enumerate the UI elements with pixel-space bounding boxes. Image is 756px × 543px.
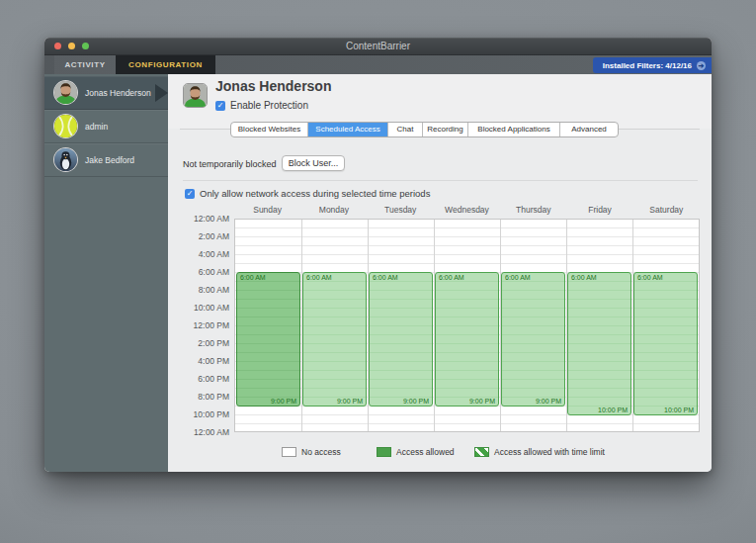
time-label: 8:00 PM bbox=[168, 393, 231, 402]
app-tab-strip: ACTIVITY CONFIGURATION Installed Filters… bbox=[44, 55, 712, 76]
enable-protection-checkbox-row[interactable]: ✓ Enable Protection bbox=[215, 100, 308, 111]
day-label: Saturday bbox=[633, 205, 700, 215]
penguin-avatar bbox=[53, 147, 78, 172]
tab-scheduled-access[interactable]: Scheduled Access bbox=[308, 123, 388, 136]
configuration-panel: Jonas Henderson ✓ Enable Protection Bloc… bbox=[168, 74, 712, 472]
block-end-time: 10:00 PM bbox=[598, 407, 628, 413]
block-start-time: 6:00 AM bbox=[637, 274, 663, 281]
legend-label: Access allowed bbox=[396, 447, 455, 457]
legend-swatch-none bbox=[282, 447, 296, 457]
time-label: 8:00 AM bbox=[168, 286, 231, 295]
checkbox-checked-icon[interactable]: ✓ bbox=[185, 189, 195, 199]
close-button[interactable] bbox=[54, 43, 61, 49]
tab-activity[interactable]: ACTIVITY bbox=[54, 55, 116, 75]
schedule-grid[interactable]: 6:00 AM9:00 PM6:00 AM9:00 PM6:00 AM9:00 … bbox=[234, 219, 700, 432]
time-label: 12:00 AM bbox=[168, 428, 231, 437]
time-label: 4:00 PM bbox=[168, 357, 231, 366]
access-block-wednesday[interactable]: 6:00 AM9:00 PM bbox=[435, 272, 499, 407]
block-end-time: 9:00 PM bbox=[271, 398, 296, 405]
sidebar-user-jonas-henderson[interactable]: Jonas Henderson bbox=[44, 76, 168, 110]
time-label: 2:00 PM bbox=[168, 339, 231, 348]
tab-advanced[interactable]: Advanced bbox=[560, 123, 618, 136]
block-start-time: 6:00 AM bbox=[439, 274, 464, 281]
user-sidebar: Jonas HendersonadminJake Bedford bbox=[44, 74, 168, 472]
legend-item-limited: Access allowed with time limit bbox=[474, 447, 605, 457]
time-label: 6:00 PM bbox=[168, 375, 231, 384]
time-label: 10:00 PM bbox=[168, 410, 231, 419]
sidebar-user-jake-bedford[interactable]: Jake Bedford bbox=[44, 143, 168, 177]
tennis-ball-avatar bbox=[53, 114, 78, 138]
tab-configuration[interactable]: CONFIGURATION bbox=[116, 55, 215, 75]
minimize-button[interactable] bbox=[68, 43, 75, 49]
access-block-monday[interactable]: 6:00 AM9:00 PM bbox=[302, 272, 367, 407]
block-end-time: 10:00 PM bbox=[664, 407, 694, 413]
sidebar-user-name: admin bbox=[85, 122, 108, 132]
block-user-button[interactable]: Block User... bbox=[282, 155, 345, 171]
section-divider bbox=[183, 180, 698, 181]
title-bar: ContentBarrier bbox=[44, 38, 712, 55]
tab-blocked-websites[interactable]: Blocked Websites bbox=[231, 123, 308, 136]
day-header-row: SundayMondayTuesdayWednesdayThursdayFrid… bbox=[234, 205, 700, 215]
window-title: ContentBarrier bbox=[44, 38, 712, 54]
block-end-time: 9:00 PM bbox=[337, 398, 363, 405]
time-label: 2:00 AM bbox=[168, 232, 231, 241]
section-tabs: Blocked WebsitesScheduled AccessChatReco… bbox=[230, 122, 619, 137]
tab-blocked-applications[interactable]: Blocked Applications bbox=[468, 123, 560, 136]
access-block-friday[interactable]: 6:00 AM10:00 PM bbox=[567, 272, 631, 415]
enable-protection-label: Enable Protection bbox=[230, 100, 308, 111]
tab-recording[interactable]: Recording bbox=[423, 123, 468, 136]
block-end-time: 9:00 PM bbox=[536, 398, 561, 405]
user-avatar bbox=[183, 83, 208, 108]
app-window: ContentBarrier ACTIVITY CONFIGURATION In… bbox=[44, 38, 712, 472]
block-start-time: 6:00 AM bbox=[240, 274, 266, 281]
sidebar-user-name: Jake Bedford bbox=[85, 155, 134, 165]
schedule-checkbox-row[interactable]: ✓ Only allow network access during selec… bbox=[185, 188, 430, 199]
arrow-right-icon: ➔ bbox=[697, 61, 706, 70]
day-label: Thursday bbox=[500, 205, 566, 215]
temporary-block-status: Not temporarily blocked bbox=[183, 159, 277, 169]
access-block-tuesday[interactable]: 6:00 AM9:00 PM bbox=[369, 272, 433, 407]
block-end-time: 9:00 PM bbox=[469, 398, 495, 405]
day-label: Monday bbox=[300, 205, 367, 215]
user-name-heading: Jonas Henderson bbox=[215, 78, 331, 94]
block-end-time: 9:00 PM bbox=[403, 398, 429, 405]
schedule-checkbox-label: Only allow network access during selecte… bbox=[200, 188, 430, 199]
legend-label: Access allowed with time limit bbox=[494, 447, 605, 457]
sidebar-user-name: Jonas Henderson bbox=[85, 88, 151, 98]
access-block-sunday[interactable]: 6:00 AM9:00 PM bbox=[236, 272, 300, 407]
sidebar-user-admin[interactable]: admin bbox=[44, 110, 168, 143]
legend-swatch-limited bbox=[474, 447, 489, 457]
time-label: 4:00 AM bbox=[168, 250, 231, 259]
day-label: Friday bbox=[566, 205, 632, 215]
time-label: 12:00 AM bbox=[168, 215, 231, 224]
block-start-time: 6:00 AM bbox=[571, 274, 597, 281]
time-label: 12:00 PM bbox=[168, 321, 231, 330]
man-photo-avatar bbox=[53, 80, 78, 105]
installed-filters-label: Installed Filters: 4/12/16 bbox=[603, 61, 692, 70]
legend-item-none: No access bbox=[282, 447, 341, 457]
block-start-time: 6:00 AM bbox=[306, 274, 332, 281]
time-label: 6:00 AM bbox=[168, 268, 231, 277]
time-label: 10:00 AM bbox=[168, 304, 231, 313]
legend-swatch-allowed bbox=[377, 447, 391, 457]
tab-chat[interactable]: Chat bbox=[388, 123, 423, 136]
legend-item-allowed: Access allowed bbox=[377, 447, 455, 457]
checkbox-checked-icon[interactable]: ✓ bbox=[215, 101, 225, 111]
block-start-time: 6:00 AM bbox=[373, 274, 398, 281]
day-label: Wednesday bbox=[434, 205, 500, 215]
legend: No accessAccess allowedAccess allowed wi… bbox=[168, 447, 712, 459]
access-block-saturday[interactable]: 6:00 AM10:00 PM bbox=[633, 272, 698, 415]
legend-label: No access bbox=[301, 447, 341, 457]
zoom-button[interactable] bbox=[82, 43, 89, 49]
installed-filters-badge[interactable]: Installed Filters: 4/12/16 ➔ bbox=[593, 57, 712, 73]
block-start-time: 6:00 AM bbox=[505, 274, 531, 281]
day-label: Sunday bbox=[234, 205, 300, 215]
access-block-thursday[interactable]: 6:00 AM9:00 PM bbox=[501, 272, 565, 407]
day-label: Tuesday bbox=[368, 205, 434, 215]
